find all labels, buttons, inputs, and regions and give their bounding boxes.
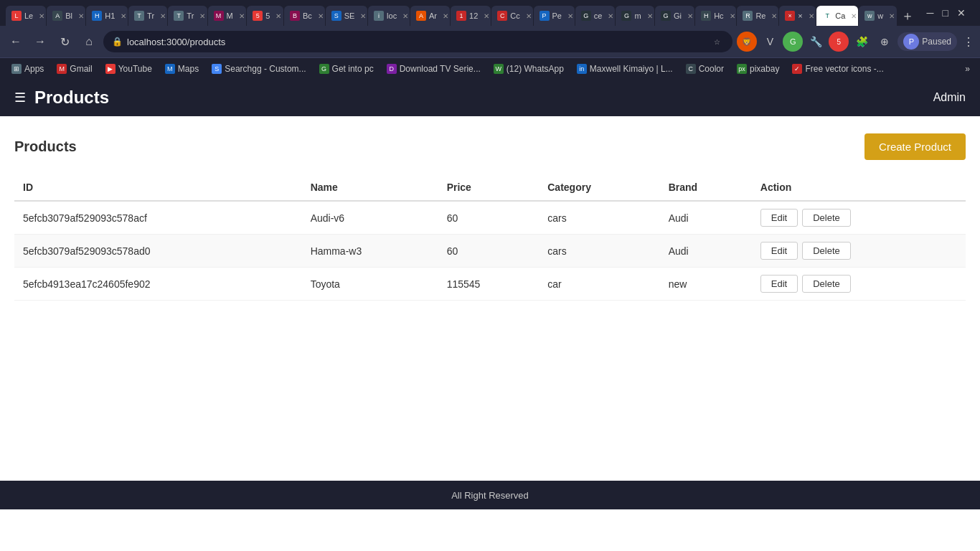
url-bar[interactable]: 🔒 localhost:3000/products ☆ [103,31,732,52]
extension-icon-1[interactable]: G [783,32,803,52]
bookmark-item[interactable]: M Gmail [51,62,98,75]
extension-icon-3[interactable]: 5 [829,32,849,52]
tab-close-icon[interactable]: ✕ [730,12,735,20]
browser-tab[interactable]: L Le ✕ [6,6,46,26]
tab-label: w [877,11,883,20]
bookmark-favicon: M [165,64,175,74]
bookmark-item[interactable]: S Searchgg - Custom... [206,62,311,75]
tab-close-icon[interactable]: ✕ [526,12,532,20]
extension-icon-2[interactable]: 🔧 [806,32,826,52]
footer-text: All Right Reserved [451,490,529,501]
bookmark-item[interactable]: G Get into pc [314,62,380,75]
browser-tab[interactable]: w w ✕ [859,6,896,26]
bookmark-item[interactable]: ▶ YouTube [100,62,158,75]
bookmark-item[interactable]: px pixabay [731,62,785,75]
bookmark-item[interactable]: ⊞ Apps [6,62,50,75]
tab-close-icon[interactable]: ✕ [687,12,693,20]
edit-button[interactable]: Edit [760,209,798,227]
extensions-button[interactable]: ⊕ [875,32,895,52]
home-button[interactable]: ⌂ [79,32,99,52]
star-icon[interactable]: ☆ [710,34,724,49]
forward-button[interactable]: → [30,32,50,52]
browser-tab[interactable]: 1 12 ✕ [451,6,491,26]
tab-label: Gi [674,11,682,20]
delete-button[interactable]: Delete [802,242,851,260]
tab-favicon: 1 [456,11,466,21]
tab-favicon: A [52,11,62,21]
browser-tab[interactable]: C Cc ✕ [491,6,532,26]
close-button[interactable]: ✕ [957,7,966,19]
tab-close-icon[interactable]: ✕ [567,12,573,20]
bookmark-item[interactable]: W (12) WhatsApp [488,62,570,75]
bookmark-item[interactable]: M Maps [159,62,204,75]
browser-tab[interactable]: P Pe ✕ [534,6,575,26]
delete-button[interactable]: Delete [802,209,851,227]
bookmark-label: Free vector icons -... [805,64,883,74]
tab-close-icon[interactable]: ✕ [608,12,613,20]
browser-tab[interactable]: T Tr ✕ [128,6,167,26]
profile-button[interactable]: P Paused [897,32,957,51]
tab-close-icon[interactable]: ✕ [78,12,84,20]
browser-tab[interactable]: H Hc ✕ [695,6,736,26]
tab-close-icon[interactable]: ✕ [809,12,814,20]
tab-close-icon[interactable]: ✕ [402,12,408,20]
table-column-header: ID [14,174,302,201]
browser-tab[interactable]: B Bc ✕ [284,6,325,26]
vpn-icon[interactable]: V [760,32,780,52]
tab-close-icon[interactable]: ✕ [239,12,245,20]
browser-tab[interactable]: T Ca ✕ [816,6,858,26]
browser-tab[interactable]: R Re ✕ [737,6,778,26]
tab-close-icon[interactable]: ✕ [647,12,653,20]
back-button[interactable]: ← [6,32,26,52]
browser-tab[interactable]: S SE ✕ [326,6,367,26]
browser-tab[interactable]: A Bl ✕ [47,6,85,26]
address-bar: ← → ↻ ⌂ 🔒 localhost:3000/products ☆ 🦁 V … [0,26,980,57]
brave-icon[interactable]: 🦁 [737,32,757,52]
browser-tab[interactable]: i loc ✕ [368,6,410,26]
tab-close-icon[interactable]: ✕ [160,12,166,20]
minimize-button[interactable]: ─ [927,7,934,19]
browser-tab[interactable]: G ce ✕ [575,6,616,26]
bookmark-item[interactable]: D Download TV Serie... [381,62,486,75]
extension-icon-4[interactable]: 🧩 [852,32,872,52]
bookmarks-more-button[interactable]: » [961,62,974,75]
browser-tab[interactable]: H H1 ✕ [86,6,128,26]
tab-close-icon[interactable]: ✕ [39,12,44,20]
browser-menu-button[interactable]: ⋮ [963,35,974,49]
tab-favicon: T [134,11,144,21]
tab-close-icon[interactable]: ✕ [771,12,777,20]
cell-price: 60 [438,235,540,268]
table-column-header: Brand [660,174,752,201]
new-tab-button[interactable]: ＋ [897,6,918,26]
browser-tab[interactable]: T Tr ✕ [168,6,207,26]
tab-close-icon[interactable]: ✕ [484,12,489,20]
tab-close-icon[interactable]: ✕ [851,12,857,20]
delete-button[interactable]: Delete [802,275,851,293]
browser-tab[interactable]: G Gi ✕ [655,6,694,26]
browser-tab[interactable]: 5 5 ✕ [247,6,283,26]
hamburger-menu-icon[interactable]: ☰ [14,90,26,105]
tab-close-icon[interactable]: ✕ [199,12,205,20]
browser-chrome: L Le ✕ A Bl ✕ H H1 ✕ T Tr ✕ T Tr ✕ M M ✕… [0,0,980,79]
tab-close-icon[interactable]: ✕ [318,12,324,20]
bookmark-item[interactable]: ✓ Free vector icons -... [786,62,889,75]
bookmark-item[interactable]: in Maxwell Kimaiyo | L... [571,62,679,75]
tab-close-icon[interactable]: ✕ [360,12,366,20]
maximize-button[interactable]: □ [943,7,948,19]
tab-close-icon[interactable]: ✕ [889,12,895,20]
browser-tab[interactable]: G m ✕ [616,6,654,26]
edit-button[interactable]: Edit [760,242,798,260]
tab-close-icon[interactable]: ✕ [275,12,281,20]
refresh-button[interactable]: ↻ [55,32,75,52]
create-product-button[interactable]: Create Product [864,133,966,160]
edit-button[interactable]: Edit [760,275,798,293]
bookmark-item[interactable]: C Coolor [680,62,730,75]
browser-tab[interactable]: M M ✕ [208,6,247,26]
browser-tab[interactable]: A Ar ✕ [410,6,450,26]
browser-tab[interactable]: × × ✕ [779,6,816,26]
tab-close-icon[interactable]: ✕ [443,12,448,20]
bookmark-favicon: M [57,64,67,74]
tab-favicon: G [621,11,631,21]
tab-label: M [227,11,233,20]
tab-close-icon[interactable]: ✕ [121,12,126,20]
